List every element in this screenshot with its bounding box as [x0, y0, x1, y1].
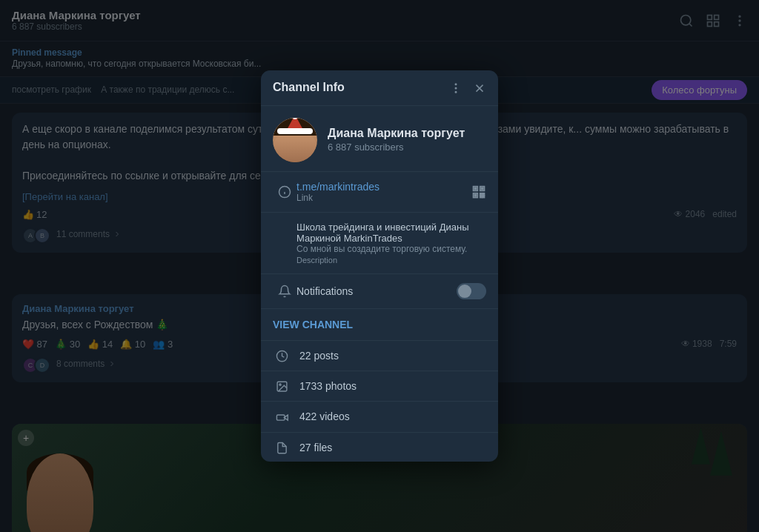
description-content: Школа трейдинга и инвестиций Дианы Марки… — [296, 222, 486, 265]
channel-info-panel: Channel Info — [261, 70, 498, 462]
svg-rect-20 — [474, 187, 477, 190]
svg-rect-25 — [480, 196, 483, 198]
profile-avatar — [273, 118, 317, 162]
qr-code-icon[interactable] — [471, 184, 486, 199]
toggle-switch[interactable] — [457, 283, 486, 299]
view-channel-button[interactable]: VIEW CHANNEL — [273, 319, 353, 330]
panel-header-icons — [449, 81, 486, 95]
clock-icon — [273, 349, 291, 362]
panel-more-icon[interactable] — [449, 81, 463, 95]
profile-name: Диана Маркина торгует — [328, 127, 486, 140]
channel-link: t.me/markintrades — [296, 181, 471, 193]
svg-rect-22 — [474, 194, 477, 196]
stat-files-label: 27 files — [299, 442, 332, 453]
video-icon — [273, 410, 291, 423]
svg-rect-21 — [481, 187, 483, 190]
stat-videos[interactable]: 422 videos — [261, 402, 498, 432]
info-icon — [273, 185, 296, 199]
svg-rect-26 — [483, 193, 485, 196]
description-sub: Со мной вы создадите торговую систему. — [296, 244, 486, 254]
svg-point-11 — [455, 91, 457, 93]
view-channel-section: VIEW CHANNEL — [261, 309, 498, 341]
notifications-row[interactable]: Notifications — [261, 274, 498, 309]
panel-scroll-area: Диана Маркина торгует 6 887 subscribers … — [261, 106, 498, 462]
notifications-label: Notifications — [296, 285, 457, 297]
panel-title: Channel Info — [273, 81, 345, 94]
stat-photos-label: 1733 photos — [299, 380, 357, 392]
description-title: Школа трейдинга и инвестиций Дианы Марки… — [296, 222, 486, 244]
profile-subscribers: 6 887 subscribers — [328, 142, 486, 153]
file-icon — [273, 441, 291, 454]
svg-rect-24 — [483, 196, 485, 198]
panel-header: Channel Info — [261, 70, 498, 106]
profile-info: Диана Маркина торгует 6 887 subscribers — [328, 127, 486, 153]
description-row: Школа трейдинга и инвестиций Дианы Марки… — [261, 213, 498, 274]
description-label: Description — [296, 256, 486, 265]
stat-posts-label: 22 posts — [299, 350, 339, 362]
profile-section: Диана Маркина торгует 6 887 subscribers — [261, 106, 498, 172]
stat-posts[interactable]: 22 posts — [261, 341, 498, 371]
svg-point-10 — [455, 87, 457, 89]
toggle-knob — [458, 285, 471, 298]
link-row[interactable]: t.me/markintrades Link — [261, 172, 498, 213]
panel-close-icon[interactable] — [473, 81, 486, 95]
notifications-label-text: Notifications — [296, 285, 457, 297]
stat-videos-label: 422 videos — [299, 411, 350, 423]
stat-photos[interactable]: 1733 photos — [261, 371, 498, 402]
notifications-toggle[interactable] — [457, 283, 486, 299]
link-label: Link — [296, 193, 471, 203]
link-content: t.me/markintrades Link — [296, 181, 471, 203]
photo-icon — [273, 379, 291, 393]
svg-point-29 — [279, 384, 280, 385]
stat-files[interactable]: 27 files — [261, 433, 498, 462]
svg-point-9 — [455, 84, 457, 85]
svg-rect-23 — [480, 193, 483, 196]
bell-icon — [273, 285, 296, 298]
